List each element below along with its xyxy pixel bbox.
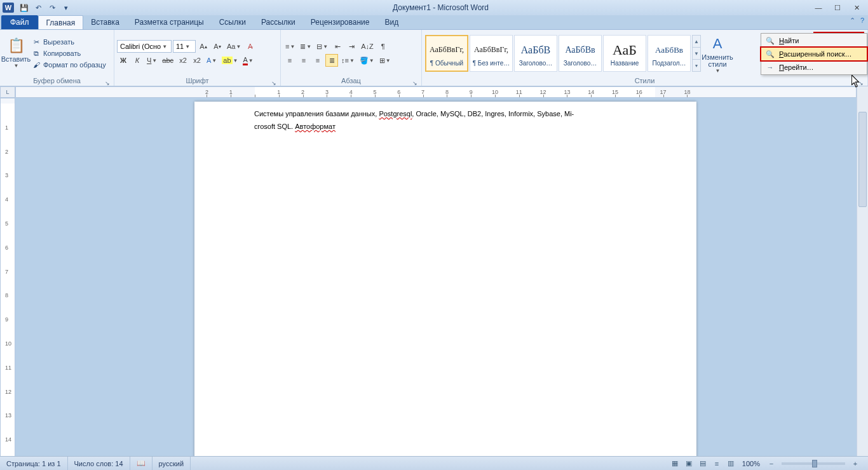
binoculars-icon: 🔍 (765, 37, 775, 45)
align-right-button[interactable]: ≡ (311, 54, 324, 67)
change-styles-button[interactable]: A Изменить стили ▼ (702, 32, 733, 74)
app-icon: W (3, 3, 14, 13)
style-item-no-spacing[interactable]: АаБбВвГг,¶ Без инте… (470, 35, 513, 72)
undo-icon[interactable]: ↶ (32, 2, 44, 13)
style-item-normal[interactable]: АаБбВвГг,¶ Обычный (425, 35, 468, 72)
tab-references[interactable]: Ссылки (212, 15, 254, 29)
group-clipboard: 📋 Вставить ▼ ✂Вырезать ⧉Копировать 🖌Форм… (0, 30, 114, 86)
text-effects-button[interactable]: A▼ (205, 54, 219, 67)
ribbon-tabs: Файл Главная Вставка Разметка страницы С… (0, 15, 868, 29)
status-proofing[interactable]: 📖 (130, 457, 153, 470)
superscript-button[interactable]: x2 (191, 54, 203, 67)
strikethrough-button[interactable]: abc (160, 54, 175, 67)
arrow-right-icon: → (765, 64, 775, 71)
show-marks-button[interactable]: ¶ (377, 40, 390, 53)
minimize-ribbon-icon[interactable]: ⌃ (850, 17, 855, 25)
cut-button[interactable]: ✂Вырезать (29, 36, 111, 48)
zoom-out-button[interactable]: − (765, 458, 778, 469)
font-color-button[interactable]: A▼ (241, 54, 255, 67)
group-paragraph: ≡▼ ≣▼ ⊟▼ ⇤ ⇥ A↓Z ¶ ≡ ≡ ≡ ≣ ↕≡▼ 🪣▼ ⊞▼ Абз… (281, 30, 422, 86)
group-label-paragraph: Абзац (341, 77, 361, 84)
tab-page-layout[interactable]: Разметка страницы (127, 15, 212, 29)
styles-launcher[interactable]: ↘ (857, 78, 865, 86)
multilevel-list-button[interactable]: ⊟▼ (315, 40, 330, 53)
redo-icon[interactable]: ↷ (46, 2, 58, 13)
font-launcher[interactable]: ↘ (270, 78, 278, 86)
paste-button[interactable]: 📋 Вставить ▼ (3, 31, 29, 73)
vertical-ruler[interactable]: 123456789101112131415 (0, 98, 15, 456)
style-item-heading1[interactable]: АаБбВЗаголово… (514, 35, 557, 72)
font-size-combo[interactable]: 11▼ (173, 40, 196, 53)
bold-button[interactable]: Ж (117, 54, 130, 67)
align-center-button[interactable]: ≡ (297, 54, 310, 67)
tab-mailings[interactable]: Рассылки (254, 15, 303, 29)
scrollbar-thumb[interactable] (858, 112, 867, 207)
increase-indent-button[interactable]: ⇥ (345, 40, 358, 53)
status-word-count[interactable]: Число слов: 14 (68, 457, 130, 470)
ruler-corner[interactable]: L (0, 86, 15, 98)
gallery-scroll[interactable]: ▲▼▾ (692, 35, 701, 72)
font-name-combo[interactable]: Calibri (Осно▼ (117, 40, 172, 53)
tab-file[interactable]: Файл (1, 15, 38, 29)
style-item-title[interactable]: АаБНазвание (603, 35, 646, 72)
underline-button[interactable]: Ч▼ (145, 54, 159, 67)
bullets-button[interactable]: ≡▼ (283, 40, 297, 53)
align-left-button[interactable]: ≡ (283, 54, 296, 67)
maximize-button[interactable]: ☐ (829, 2, 846, 13)
page[interactable]: Системы управления базами данных, Postgr… (194, 102, 696, 456)
menu-item-goto[interactable]: → Перейти… (761, 60, 867, 74)
zoom-slider-knob[interactable] (812, 460, 817, 467)
clear-formatting-button[interactable]: A̶ (244, 40, 257, 53)
menu-item-find[interactable]: 🔍 Найти (761, 34, 867, 48)
zoom-in-button[interactable]: + (849, 458, 862, 469)
change-case-button[interactable]: Aa▼ (225, 40, 243, 53)
tab-home[interactable]: Главная (38, 15, 84, 29)
zoom-slider[interactable] (782, 462, 845, 465)
sort-button[interactable]: A↓Z (359, 40, 376, 53)
vertical-scrollbar[interactable] (857, 86, 868, 456)
italic-button[interactable]: К (131, 54, 144, 67)
document-area[interactable]: Системы управления базами данных, Postgr… (15, 98, 857, 456)
zoom-level[interactable]: 100% (742, 460, 760, 467)
style-item-heading2[interactable]: АаБбВвЗаголово… (559, 35, 602, 72)
clipboard-launcher[interactable]: ↘ (104, 78, 111, 86)
view-print-layout[interactable]: ▦ (668, 458, 681, 469)
close-button[interactable]: ✕ (848, 2, 865, 13)
tab-insert[interactable]: Вставка (83, 15, 127, 29)
view-web-layout[interactable]: ▤ (696, 458, 709, 469)
style-item-subtitle[interactable]: АаБбВвПодзагол… (648, 35, 691, 72)
justify-button[interactable]: ≣ (325, 54, 338, 67)
copy-button[interactable]: ⧉Копировать (29, 48, 111, 59)
shading-button[interactable]: 🪣▼ (358, 54, 376, 67)
view-full-screen[interactable]: ▣ (682, 458, 695, 469)
tab-review[interactable]: Рецензирование (303, 15, 377, 29)
format-painter-button[interactable]: 🖌Формат по образцу (29, 59, 111, 70)
qat-customize-icon[interactable]: ▾ (60, 2, 72, 13)
document-text[interactable]: Системы управления базами данных, Postgr… (254, 107, 652, 133)
numbering-button[interactable]: ≣▼ (298, 40, 313, 53)
paste-icon: 📋 (6, 36, 26, 56)
decrease-indent-button[interactable]: ⇤ (331, 40, 344, 53)
paragraph-launcher[interactable]: ↘ (411, 78, 419, 86)
window-title: Документ1 - Microsoft Word (72, 3, 810, 12)
styles-gallery[interactable]: АаБбВвГг,¶ Обычный АаБбВвГг,¶ Без инте… … (424, 34, 702, 73)
tab-view[interactable]: Вид (377, 15, 406, 29)
help-icon[interactable]: ? (860, 17, 864, 25)
menu-item-advanced-find[interactable]: 🔍 Расширенный поиск… (761, 47, 867, 61)
change-styles-icon: A (707, 34, 728, 54)
shrink-font-button[interactable]: A▾ (211, 40, 224, 53)
workspace: L 21123456789101112131415161718 12345678… (0, 86, 868, 456)
subscript-button[interactable]: x2 (177, 54, 189, 67)
highlight-button[interactable]: ab▼ (220, 54, 240, 67)
status-language[interactable]: русский (153, 457, 191, 470)
group-label-styles: Стили (635, 77, 655, 84)
minimize-button[interactable]: — (810, 2, 827, 13)
borders-button[interactable]: ⊞▼ (377, 54, 393, 67)
view-outline[interactable]: ≡ (710, 458, 723, 469)
view-draft[interactable]: ▥ (724, 458, 737, 469)
grow-font-button[interactable]: A▴ (197, 40, 210, 53)
save-icon[interactable]: 💾 (18, 2, 30, 13)
line-spacing-button[interactable]: ↕≡▼ (339, 54, 356, 67)
status-page[interactable]: Страница: 1 из 1 (0, 457, 68, 470)
horizontal-ruler[interactable]: 21123456789101112131415161718 (15, 86, 857, 98)
